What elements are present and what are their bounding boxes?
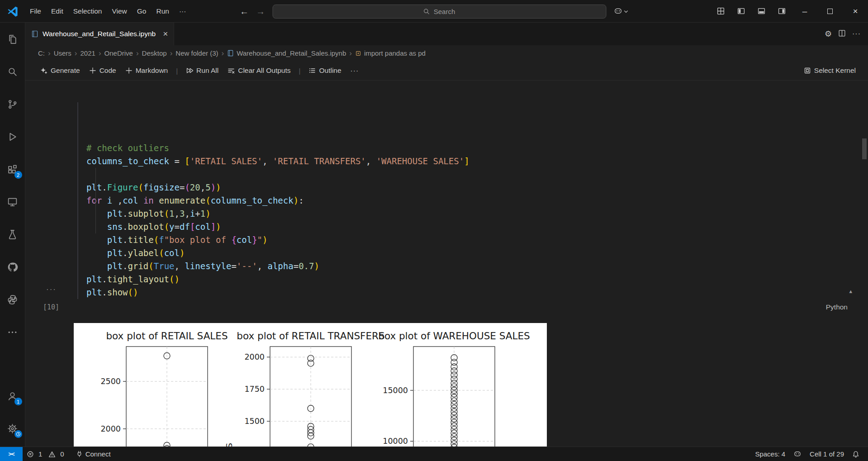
- menu-item-edit[interactable]: Edit: [46, 0, 68, 23]
- breadcrumb-item[interactable]: 2021: [79, 49, 97, 57]
- python-icon: [7, 294, 18, 305]
- breadcrumb-item[interactable]: New folder (3): [174, 49, 220, 57]
- notebook-toolbar: Generate Code Markdown | Run All Cle: [25, 61, 868, 81]
- activity-explorer-button[interactable]: [2, 28, 24, 50]
- remote-indicator-button[interactable]: ><: [0, 447, 23, 461]
- select-kernel-button[interactable]: Select Kernel: [800, 64, 860, 77]
- accounts-button[interactable]: 1: [2, 385, 24, 407]
- menu-item-file[interactable]: File: [25, 0, 46, 23]
- activity-remote-explorer-button[interactable]: [2, 191, 24, 213]
- spaces-indicator[interactable]: Spaces: 4: [751, 447, 789, 461]
- forward-button[interactable]: →: [256, 6, 265, 17]
- toggle-primary-sidebar-button[interactable]: [731, 0, 751, 22]
- activity-python-button[interactable]: [2, 289, 24, 310]
- activity-testing-button[interactable]: [2, 223, 24, 245]
- statusbar-right: Spaces: 4 Cell 1 of 29: [751, 447, 868, 461]
- extensions-badge: 2: [14, 171, 22, 179]
- close-button[interactable]: ×: [843, 0, 868, 22]
- status-bar: >< 1 0 Connect Spaces: 4 Cell 1 of 29: [0, 447, 868, 461]
- breadcrumb-item[interactable]: Desktop: [140, 49, 169, 57]
- menu-item-selection[interactable]: Selection: [68, 0, 107, 23]
- github-icon: [7, 261, 18, 273]
- copilot-status-button[interactable]: [789, 447, 806, 461]
- beaker-icon: [7, 229, 18, 240]
- minimize-button[interactable]: –: [792, 0, 817, 22]
- breadcrumb-separator: ›: [73, 49, 79, 58]
- menu-item-run[interactable]: Run: [151, 0, 174, 23]
- notebook-settings-button[interactable]: ⚙: [825, 29, 832, 39]
- customize-layout-button[interactable]: [711, 0, 731, 22]
- output-scroll-icon: ▴: [849, 288, 852, 295]
- run-all-button[interactable]: Run All: [182, 64, 223, 77]
- cell-language-label[interactable]: Python: [826, 303, 848, 311]
- generate-button[interactable]: Generate: [36, 64, 84, 77]
- svg-text:15000: 15000: [383, 386, 408, 395]
- titlebar-actions: – ×: [711, 0, 868, 22]
- cell-position-indicator[interactable]: Cell 1 of 29: [806, 447, 848, 461]
- breadcrumb-item[interactable]: import pandas as pd: [353, 49, 427, 57]
- menu-bar: FileEditSelectionViewGoRun···: [25, 0, 191, 23]
- activity-bar: 2 1: [0, 23, 25, 447]
- add-code-cell-button[interactable]: Code: [85, 64, 120, 77]
- code-editor[interactable]: # check outlierscolumns_to_check = ['RET…: [77, 102, 868, 299]
- code-line: plt.show(): [86, 286, 868, 299]
- breadcrumb-item[interactable]: C:: [36, 49, 47, 57]
- remote-explorer-icon: [7, 196, 18, 208]
- svg-text:box plot of RETAIL SALES: box plot of RETAIL SALES: [106, 330, 228, 342]
- execution-count: [10]: [43, 303, 59, 311]
- breadcrumb-item[interactable]: Warehouse_and_Retail_Sales.ipynb: [225, 49, 348, 57]
- boxplot-subplot-2: 10001250150017502000box plot of RETAIL T…: [231, 323, 389, 447]
- tab-notebook[interactable]: Warehouse_and_Retail_Sales.ipynb ×: [25, 23, 174, 45]
- warning-count: 0: [60, 450, 64, 458]
- editor-more-button[interactable]: ···: [852, 30, 861, 38]
- activity-run-debug-button[interactable]: [2, 126, 24, 147]
- search-input[interactable]: Search: [272, 5, 606, 19]
- activity-github-button[interactable]: [2, 256, 24, 278]
- toggle-panel-button[interactable]: [751, 0, 772, 22]
- command-center-area: ← → Search: [240, 0, 628, 23]
- menu-item-view[interactable]: View: [107, 0, 132, 23]
- notifications-bell-button[interactable]: [848, 447, 863, 461]
- tab-close-button[interactable]: ×: [163, 29, 168, 39]
- cell-more-button[interactable]: ···: [46, 285, 57, 294]
- activity-source-control-button[interactable]: [2, 93, 24, 115]
- kernel-icon: [804, 67, 811, 74]
- editor-scrollbar[interactable]: [862, 138, 867, 159]
- copilot-menu-button[interactable]: [613, 7, 628, 16]
- editor-actions: ⚙ ···: [825, 23, 868, 45]
- maximize-button[interactable]: [817, 0, 843, 22]
- code-line: plt.subplot(1,3,i+1): [86, 207, 868, 220]
- svg-text:box plot of WAREHOUSE SALES: box plot of WAREHOUSE SALES: [378, 330, 530, 342]
- toggle-secondary-sidebar-button[interactable]: [772, 0, 792, 22]
- breadcrumb-item[interactable]: OneDrive: [103, 49, 135, 57]
- clear-all-outputs-button[interactable]: Clear All Outputs: [223, 64, 294, 77]
- back-button[interactable]: ←: [240, 6, 249, 17]
- split-editor-button[interactable]: [838, 29, 846, 39]
- outline-button[interactable]: Outline: [304, 64, 345, 77]
- plus-icon: [89, 67, 96, 74]
- y-axis-label: RETAIL TRANSFERS: [224, 443, 234, 447]
- code-line: columns_to_check = ['RETAIL SALES', 'RET…: [86, 155, 868, 168]
- outline-icon: [308, 67, 316, 74]
- svg-text:1500: 1500: [244, 417, 265, 426]
- breadcrumb-item[interactable]: Users: [52, 49, 73, 57]
- settings-button[interactable]: [2, 418, 24, 439]
- vscode-logo-icon: [6, 5, 19, 18]
- warning-icon: [48, 451, 56, 458]
- toolbar-separator: |: [299, 67, 301, 75]
- toolbar-more-button[interactable]: ···: [346, 64, 363, 77]
- cell-output-figure: مستقل mostaql.com 150020002500box plot o…: [74, 323, 547, 447]
- connect-button[interactable]: Connect: [72, 447, 115, 461]
- menu-item-go[interactable]: Go: [132, 0, 152, 23]
- add-markdown-cell-button[interactable]: Markdown: [121, 64, 172, 77]
- activity-extensions-button[interactable]: 2: [2, 158, 24, 180]
- vscode-window: FileEditSelectionViewGoRun··· ← → Search: [0, 0, 868, 461]
- activity-search-button[interactable]: [2, 61, 24, 82]
- copilot-icon: [793, 450, 802, 458]
- activity-more-button[interactable]: [2, 321, 24, 343]
- code-line: sns.boxplot(y=df[col]): [86, 220, 868, 233]
- search-icon: [7, 66, 18, 77]
- menu-item-more[interactable]: ···: [174, 0, 191, 23]
- breadcrumb-separator: ›: [135, 49, 140, 58]
- problems-button[interactable]: 1 0: [23, 447, 72, 461]
